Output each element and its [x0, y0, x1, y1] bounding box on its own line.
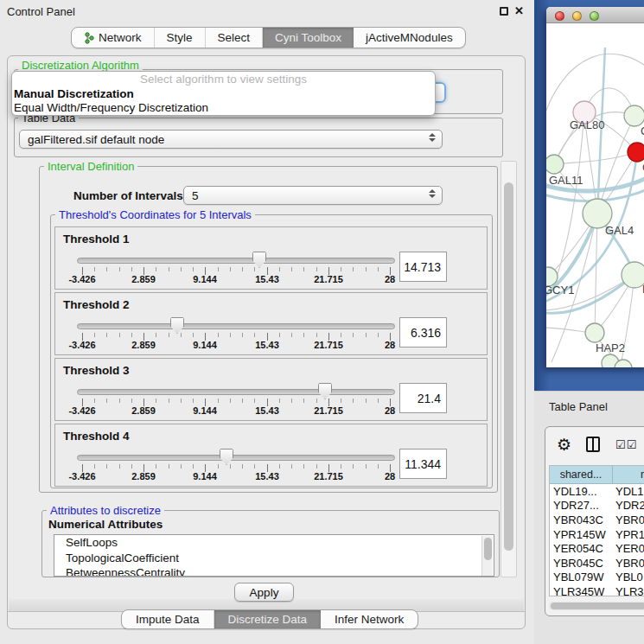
- tick-label: 21.715: [314, 274, 343, 284]
- threshold-2-value-field[interactable]: 6.316: [399, 317, 447, 348]
- threshold-4-label: Threshold 4: [63, 430, 130, 443]
- float-window-icon[interactable]: [500, 7, 508, 16]
- combo-stepper-icon: [429, 133, 436, 142]
- tab-label: jActiveMNodules: [366, 31, 453, 44]
- tick-label: 15.43: [255, 274, 279, 284]
- threshold-3-value-field[interactable]: 21.4: [399, 383, 447, 413]
- node-table: shared... n YDL19... YDL1 YDR27... YDR2 …: [549, 465, 644, 596]
- tab-label: Cyni Toolbox: [275, 31, 341, 44]
- table-data-combobox[interactable]: galFiltered.sif default node: [19, 130, 443, 149]
- node-label-gal4: GAL4: [605, 224, 634, 237]
- threshold-4-value-field[interactable]: 11.344: [399, 449, 447, 479]
- number-of-intervals-value: 5: [192, 189, 199, 202]
- panel-title: Control Panel: [7, 5, 75, 18]
- tick-label: 15.43: [255, 340, 279, 350]
- slider-handle[interactable]: [318, 383, 332, 399]
- node-label-gcy1: GCY1: [546, 284, 574, 296]
- threshold-1-panel: Threshold 1 -3.426 2.859 9.144 15.43 21.…: [54, 226, 488, 290]
- tab-style[interactable]: Style: [155, 28, 206, 48]
- list-item[interactable]: BetweennessCentrality: [54, 565, 494, 577]
- slider-handle[interactable]: [252, 252, 266, 268]
- column-header-shared-name[interactable]: shared...: [550, 466, 613, 483]
- zoom-traffic-light-icon[interactable]: [590, 11, 599, 21]
- table-row[interactable]: YBL079W YBL0: [550, 571, 644, 585]
- control-panel-tabbar: Network Style Select Cyni Toolbox jActiv…: [71, 27, 466, 48]
- tab-infer-network[interactable]: Infer Network: [321, 610, 418, 628]
- table-row[interactable]: YDR27... YDR2: [550, 499, 644, 513]
- scrollbar-thumb[interactable]: [551, 603, 644, 609]
- slider-handle[interactable]: [220, 449, 233, 465]
- tab-impute-data[interactable]: Impute Data: [122, 610, 214, 628]
- table-data-combobox-value: galFiltered.sif default node: [28, 133, 164, 146]
- slider-handle[interactable]: [170, 317, 184, 334]
- tick-label: 9.144: [193, 405, 217, 416]
- tab-select[interactable]: Select: [206, 28, 264, 48]
- horizontal-scrollbar[interactable]: [549, 602, 644, 610]
- network-window-titlebar: [546, 7, 644, 23]
- table-row[interactable]: YER054C YER0: [550, 541, 644, 556]
- bottom-tabbar: Impute Data Discretize Data Infer Networ…: [121, 609, 418, 629]
- number-of-intervals-combobox[interactable]: 5: [183, 186, 443, 205]
- tick-label: -3.426: [68, 405, 95, 416]
- close-icon[interactable]: ✕: [514, 4, 524, 17]
- table-row[interactable]: YBR043C YBR0: [550, 513, 644, 527]
- threshold-4-slider[interactable]: -3.426 2.859 9.144 15.43 21.715 28: [77, 447, 395, 485]
- table-row[interactable]: YBR045C YBR0: [550, 556, 644, 571]
- table-panel: ⚙ ☑☑ shared... n YDL19... YDL1 YDR27... …: [545, 426, 644, 616]
- list-item[interactable]: SelfLoops: [54, 535, 494, 551]
- table-header-row: shared... n: [550, 466, 644, 484]
- gear-icon[interactable]: ⚙: [557, 435, 571, 455]
- popup-item-equal-width-frequency[interactable]: Equal Width/Frequency Discretization: [12, 101, 435, 115]
- tick-label: 28: [385, 274, 395, 284]
- apply-button[interactable]: Apply: [234, 583, 294, 602]
- threshold-1-slider[interactable]: -3.426 2.859 9.144 15.43 21.715 28: [77, 250, 395, 288]
- tab-label: Network: [99, 31, 142, 44]
- tab-network[interactable]: Network: [72, 28, 155, 48]
- network-canvas[interactable]: GAL80 G C GAL11 GAL4 GCY1 H HAP2: [546, 23, 644, 367]
- node-gal11[interactable]: [546, 155, 564, 174]
- node-partial-top-right[interactable]: [624, 105, 644, 126]
- table-row[interactable]: YLR345W YLR3: [550, 584, 644, 596]
- threshold-2-slider[interactable]: -3.426 2.859 9.144 15.43 21.715 28: [77, 316, 395, 354]
- tick-label: 15.43: [255, 471, 279, 481]
- checkboxes-icon[interactable]: ☑☑: [615, 438, 637, 451]
- combo-stepper-icon: [429, 189, 436, 198]
- tick-label: 28: [385, 405, 395, 416]
- network-view-window[interactable]: GAL80 G C GAL11 GAL4 GCY1 H HAP2: [546, 7, 644, 367]
- tick-label: 2.859: [131, 405, 156, 416]
- scrollbar-thumb[interactable]: [504, 182, 513, 551]
- node-label-gal80: GAL80: [570, 118, 604, 131]
- thresholds-group-title: Threshold's Coordinates for 5 Intervals: [55, 208, 255, 221]
- list-scrollbar[interactable]: [481, 536, 493, 576]
- interval-definition-group-title: Interval Definition: [44, 160, 137, 173]
- popup-item-manual-discretization[interactable]: Manual Discretization: [12, 87, 435, 101]
- node-hap2[interactable]: [585, 323, 604, 342]
- list-item[interactable]: TopologicalCoefficient: [54, 551, 494, 566]
- table-row[interactable]: YDL19... YDL1: [550, 484, 644, 499]
- tick-label: -3.426: [68, 274, 95, 284]
- control-panel-titlebar: Control Panel ✕: [0, 0, 534, 22]
- numerical-attributes-list[interactable]: SelfLoops TopologicalCoefficient Between…: [54, 534, 494, 577]
- threshold-3-slider[interactable]: -3.426 2.859 9.144 15.43 21.715 28: [77, 381, 395, 419]
- tab-cyni-toolbox[interactable]: Cyni Toolbox: [263, 28, 354, 48]
- tick-label: 2.859: [131, 471, 156, 481]
- node-red-selected[interactable]: [628, 143, 644, 162]
- columns-icon[interactable]: [586, 437, 600, 452]
- node-partial-right[interactable]: [622, 262, 644, 288]
- tab-discretize-data[interactable]: Discretize Data: [214, 610, 322, 628]
- minimize-traffic-light-icon[interactable]: [572, 11, 582, 21]
- table-panel-title: Table Panel: [549, 400, 608, 413]
- tick-label: 21.715: [314, 340, 343, 350]
- tick-label: 9.144: [193, 274, 217, 284]
- tab-jactivemnodules[interactable]: jActiveMNodules: [354, 28, 465, 48]
- network-desktop: GAL80 G C GAL11 GAL4 GCY1 H HAP2: [534, 0, 644, 391]
- threshold-1-value-field[interactable]: 14.713: [399, 252, 447, 282]
- numerical-attributes-label: Numerical Attributes: [48, 518, 163, 531]
- column-header-name[interactable]: n: [613, 466, 644, 483]
- table-row[interactable]: YPR145W YPR1: [550, 527, 644, 542]
- number-of-intervals-label: Number of Intervals: [73, 189, 183, 202]
- vertical-scrollbar[interactable]: [501, 161, 517, 577]
- node-label-gal11: GAL11: [549, 174, 583, 187]
- close-traffic-light-icon[interactable]: [555, 11, 564, 21]
- algorithm-dropdown-popup: Select algorithm to view settings Manual…: [11, 71, 436, 116]
